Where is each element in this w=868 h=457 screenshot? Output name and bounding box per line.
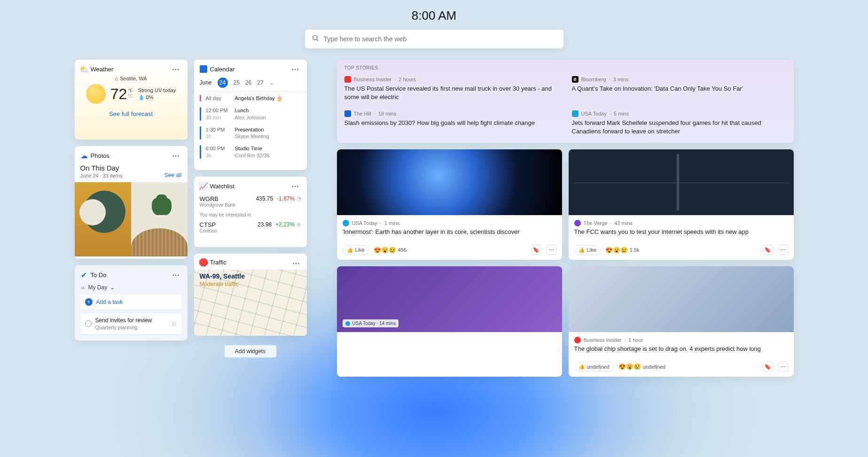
calendar-event[interactable]: 1:30 PM1h PresentationSkype Meeting (194, 124, 307, 143)
search-bar[interactable] (305, 30, 563, 48)
top-story-item[interactable]: The Hill · 18 mins Slash emissions by 20… (344, 110, 559, 135)
traffic-title: Traffic (210, 259, 301, 266)
watchlist-row[interactable]: 23.98+2.23% ⊕ CTSP Contoso (194, 218, 307, 236)
calendar-day[interactable]: 26 (245, 79, 251, 86)
source-logo-icon (574, 337, 581, 343)
news-card[interactable]: Business Insider · 1 hour The global chi… (569, 266, 794, 377)
top-stories-widget[interactable]: TOP STORIES Business Insider · 2 hours T… (337, 60, 794, 143)
news-more-button[interactable]: ⋯ (546, 245, 556, 255)
photo-thumbnail[interactable] (75, 182, 131, 256)
news-title: The FCC wants you to test your internet … (574, 228, 788, 236)
calendar-event[interactable]: 12:00 PM30 min LunchAlex Johnson (194, 104, 307, 124)
event-color-bar (200, 95, 201, 101)
news-title: The global chip shortage is set to drag … (574, 345, 788, 353)
watchlist-more-button[interactable]: ⋯ (290, 181, 301, 191)
news-age: 42 mins (614, 220, 633, 226)
bookmark-button[interactable]: 🔖 (763, 362, 773, 372)
source-logo-icon: B (572, 76, 579, 83)
news-card[interactable]: USA Today · 14 mins (337, 266, 562, 377)
story-age: 2 hours (399, 77, 416, 82)
photos-heading: On This Day (80, 164, 123, 172)
weather-location: ⌂ Seattle, WA (75, 76, 188, 81)
photos-more-button[interactable]: ⋯ (171, 151, 182, 160)
source-logo-icon (344, 110, 351, 117)
calendar-event[interactable]: All day Angela's Birthday 🎂 (194, 92, 307, 104)
top-story-item[interactable]: USA Today · 5 mins Jets forward Mark Sch… (572, 110, 786, 135)
like-button[interactable]: 👍undefined (574, 362, 614, 372)
weather-title: Weather (91, 66, 171, 73)
news-card[interactable]: The Verge · 42 mins The FCC wants you to… (569, 149, 794, 260)
traffic-widget[interactable]: 🛑 Traffic ⋯ WA-99, Seattle Moderate traf… (194, 254, 307, 336)
thumbs-up-icon: 👍 (347, 247, 353, 253)
weather-precip: 💧 0% (138, 94, 176, 101)
todo-widget[interactable]: ✔ To Do ⋯ ☼ My Day ⌄ + Add a task Send i… (75, 265, 188, 341)
svg-line-1 (317, 39, 318, 41)
calendar-day-picker[interactable]: 24 25 26 27 ⌄ (218, 77, 274, 88)
todo-add-task-button[interactable]: + Add a task (80, 294, 182, 310)
calendar-more-button[interactable]: ⋯ (290, 64, 301, 74)
weather-forecast-link[interactable]: See full forecast (75, 110, 188, 117)
watchlist-row[interactable]: 435.75-1.67% ◔ WGRB Woodgrove Bank (194, 193, 307, 210)
chevron-down-icon[interactable]: ⌄ (269, 79, 274, 86)
story-source: USA Today (581, 111, 607, 116)
photos-see-all-link[interactable]: See all (164, 172, 182, 178)
calendar-icon (200, 65, 207, 73)
add-widgets-button[interactable]: Add widgets (225, 345, 276, 357)
cloud-icon: ☁ (80, 152, 88, 159)
reactions[interactable]: 😍😮😢undefined (618, 363, 665, 370)
bookmark-button[interactable]: 🔖 (763, 245, 773, 255)
todo-checkbox[interactable] (85, 320, 92, 327)
news-source: USA Today (352, 220, 377, 226)
todo-task-item[interactable]: Send invites for review Quarterly planni… (80, 313, 182, 334)
news-image (569, 149, 794, 215)
news-more-button[interactable]: ⋯ (778, 362, 788, 372)
weather-icon: ⛅ (80, 65, 88, 73)
reactions[interactable]: 😍😮😢1.5k (605, 247, 640, 254)
calendar-day[interactable]: 27 (257, 79, 263, 86)
news-card[interactable]: USA Today · 1 mins 'Innermost': Earth ha… (337, 149, 562, 260)
top-story-item[interactable]: Business Insider · 2 hours The US Postal… (344, 76, 559, 101)
story-source: Business Insider (354, 77, 392, 82)
weather-widget[interactable]: ⛅ Weather ⋯ ⌂ Seattle, WA 72°F°C Strong … (75, 60, 188, 139)
todo-title: To Do (91, 271, 171, 279)
story-source: Bloomberg (581, 77, 606, 82)
traffic-icon: 🛑 (200, 258, 207, 266)
photos-widget[interactable]: ☁ Photos ⋯ On This Day June 24 · 33 item… (75, 146, 188, 259)
news-more-button[interactable]: ⋯ (778, 245, 788, 255)
todo-more-button[interactable]: ⋯ (171, 270, 182, 279)
event-color-bar (200, 126, 201, 140)
story-age: 18 mins (378, 111, 397, 116)
search-input[interactable] (324, 35, 557, 43)
calendar-widget[interactable]: Calendar ⋯ June 24 25 26 27 ⌄ All day An… (194, 60, 307, 170)
event-color-bar (200, 107, 201, 121)
todo-myday-dropdown[interactable]: ☼ My Day ⌄ (75, 281, 188, 294)
star-icon[interactable]: ☆ (171, 320, 177, 327)
like-button[interactable]: 👍Like (574, 245, 601, 255)
weather-more-button[interactable]: ⋯ (171, 64, 182, 74)
source-logo-icon (572, 110, 579, 117)
calendar-event[interactable]: 6:00 PM3h Studio TimeConf Rm 32/35 (194, 142, 307, 162)
plus-icon: + (85, 298, 93, 306)
source-pill: USA Today · 14 mins (343, 319, 399, 327)
watchlist-widget[interactable]: 📈 Watchlist ⋯ 435.75-1.67% ◔ WGRB Woodgr… (194, 177, 307, 247)
top-stories-label: TOP STORIES (344, 65, 786, 70)
source-logo-icon (343, 220, 349, 226)
bookmark-button[interactable]: 🔖 (531, 245, 541, 255)
reactions[interactable]: 😍😮😢496 (374, 247, 407, 254)
stocks-icon: 📈 (200, 182, 207, 190)
photos-meta: June 24 · 33 items (80, 173, 123, 178)
news-image (569, 266, 794, 332)
like-button[interactable]: 👍Like (343, 245, 369, 255)
top-story-item[interactable]: B Bloomberg · 3 mins A Quant's Take on I… (572, 76, 786, 101)
story-headline: The US Postal Service revealed its first… (344, 85, 559, 101)
calendar-day[interactable]: 25 (234, 79, 240, 86)
traffic-status: Moderate traffic (200, 281, 245, 287)
calendar-day-selected[interactable]: 24 (218, 77, 228, 88)
traffic-more-button[interactable]: ⋯ (291, 258, 302, 268)
watchlist-hint: You may be interested in (194, 210, 307, 218)
news-age: 1 mins (384, 220, 399, 226)
sun-outline-icon: ☼ (80, 284, 86, 291)
watchlist-title: Watchlist (210, 183, 290, 190)
photo-thumbnail[interactable] (131, 182, 188, 256)
story-age: 5 mins (614, 111, 629, 116)
